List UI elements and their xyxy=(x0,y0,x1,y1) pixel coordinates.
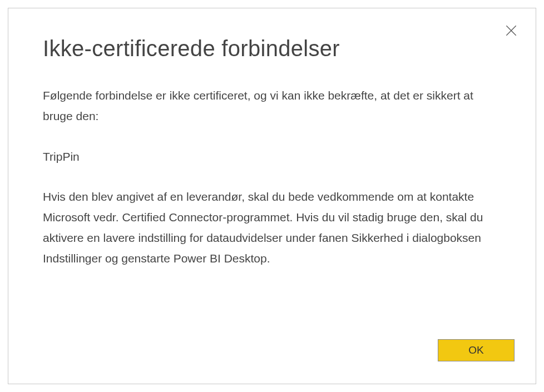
dialog-title: Ikke-certificerede forbindelser xyxy=(43,36,501,61)
close-button[interactable] xyxy=(502,22,520,39)
dialog-details-text: Hvis den blev angivet af en leverandør, … xyxy=(43,187,501,269)
uncertified-connector-dialog: Ikke-certificerede forbindelser Følgende… xyxy=(8,8,536,384)
close-icon xyxy=(504,23,518,38)
dialog-body: Følgende forbindelse er ikke certificere… xyxy=(43,86,501,269)
dialog-intro-text: Følgende forbindelse er ikke certificere… xyxy=(43,86,501,127)
ok-button[interactable]: OK xyxy=(438,339,515,361)
dialog-button-row: OK xyxy=(438,339,515,361)
connector-name: TripPin xyxy=(43,147,501,167)
